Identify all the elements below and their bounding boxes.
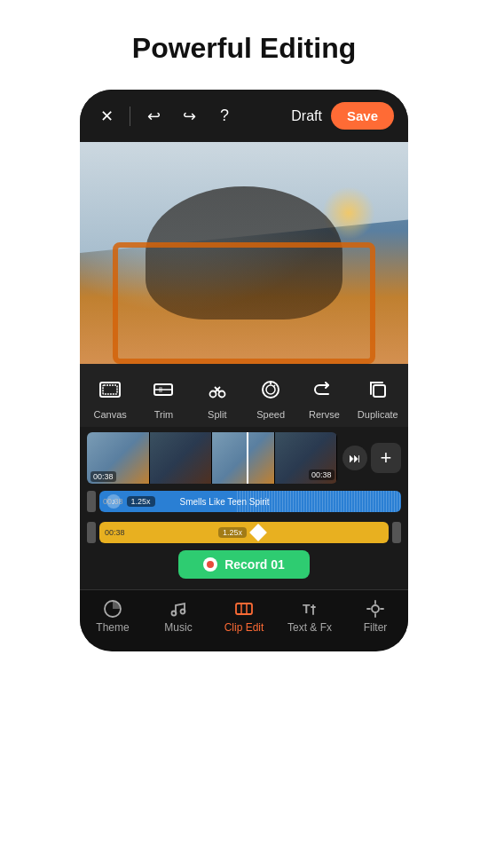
voiceover-track-row: 00:38 1.25x: [87, 519, 401, 546]
svg-point-21: [372, 605, 379, 612]
top-bar-left: ✕ ↩ ↪ ? Draft: [94, 104, 322, 129]
voiceover-handle-right[interactable]: [392, 522, 401, 543]
canvas-label: Canvas: [94, 409, 127, 420]
speed-label: Speed: [256, 409, 285, 420]
audio-track-row: ♪ 00:38 1.25x Smells Like Teen Spirit: [87, 488, 401, 515]
voiceover-speed: 1.25x: [218, 527, 247, 538]
skip-btn[interactable]: ⏭: [342, 446, 367, 470]
nav-filter-label: Filter: [364, 621, 388, 634]
nav-clip-edit[interactable]: Clip Edit: [217, 599, 271, 634]
svg-rect-1: [103, 385, 117, 394]
photo-scene: [80, 142, 408, 364]
voiceover-handle-left[interactable]: [87, 522, 96, 543]
svg-point-15: [172, 612, 177, 616]
playhead: [247, 432, 248, 484]
theme-icon: [103, 599, 122, 619]
tool-trim[interactable]: Trim: [142, 375, 185, 420]
clip-time-start: 00:38: [91, 471, 116, 482]
diamond-marker: [249, 524, 267, 541]
video-track-row: 00:38 00:38 ⏭ +: [87, 432, 401, 484]
close-icon[interactable]: ✕: [94, 104, 119, 129]
clip-edit-icon: [234, 599, 254, 619]
audio-speed: 1.25x: [127, 496, 155, 507]
save-button[interactable]: Save: [331, 102, 394, 130]
nav-theme-label: Theme: [96, 621, 129, 634]
tool-split[interactable]: Split: [196, 375, 239, 420]
undo-icon[interactable]: ↩: [141, 104, 166, 129]
clip-strip: 00:38: [87, 432, 337, 484]
svg-rect-4: [159, 387, 162, 392]
record-dot: [207, 561, 214, 568]
nav-text-fx-label: Text & Fx: [287, 621, 332, 634]
clip-thumb-2: [150, 432, 213, 484]
record-track-row: Record 01: [87, 550, 401, 579]
svg-text:T: T: [303, 602, 311, 616]
tool-canvas[interactable]: Canvas: [89, 375, 131, 420]
timeline-area: 00:38 00:38 ⏭ + ♪ 00:38 1.25x: [80, 427, 408, 589]
record-button[interactable]: Record 01: [178, 550, 310, 579]
nav-music[interactable]: Music: [152, 599, 205, 634]
audio-handle[interactable]: [87, 491, 96, 512]
voiceover-time: 00:38: [105, 528, 125, 537]
audio-strip[interactable]: ♪ 00:38 1.25x Smells Like Teen Spirit: [99, 491, 401, 512]
add-clip-btn[interactable]: +: [371, 443, 401, 473]
video-preview: [80, 142, 408, 364]
divider: [130, 107, 130, 126]
voiceover-strip[interactable]: 00:38 1.25x: [99, 522, 389, 543]
nav-clip-edit-label: Clip Edit: [224, 621, 264, 634]
record-icon: [203, 557, 217, 572]
clip-thumb-3: [212, 432, 275, 484]
speed-icon: [256, 375, 286, 405]
music-nav-icon: [169, 599, 188, 619]
music-icon: ♪: [106, 494, 121, 509]
trim-label: Trim: [154, 409, 174, 420]
duplicate-label: Duplicate: [358, 409, 398, 420]
tools-bar: Canvas Trim Split: [80, 364, 408, 427]
tool-reverse[interactable]: Rervse: [303, 375, 345, 420]
tool-speed[interactable]: Speed: [249, 375, 292, 420]
canvas-icon: [95, 375, 125, 405]
nav-text-fx[interactable]: T Text & Fx: [283, 599, 336, 634]
nav-theme[interactable]: Theme: [86, 599, 139, 634]
nav-filter[interactable]: Filter: [349, 599, 402, 634]
reverse-icon: [309, 375, 339, 405]
split-label: Split: [208, 409, 226, 420]
audio-label: Smells Like Teen Spirit: [180, 497, 270, 507]
cart-shape: [113, 242, 375, 365]
svg-rect-13: [374, 385, 385, 397]
duplicate-icon: [363, 375, 393, 405]
top-bar: ✕ ↩ ↪ ? Draft Save: [80, 90, 408, 142]
video-track: 00:38 00:38: [87, 432, 337, 484]
svg-point-16: [181, 610, 185, 614]
draft-label: Draft: [291, 108, 322, 124]
clip-thumb-1: 00:38: [87, 432, 150, 484]
bottom-nav: Theme Music Clip Edit T Text & Fx: [80, 589, 408, 644]
redo-icon[interactable]: ↪: [177, 104, 201, 129]
page-title: Powerful Editing: [132, 32, 356, 65]
reverse-label: Rervse: [309, 409, 340, 420]
text-fx-icon: T: [300, 599, 319, 619]
split-icon: [202, 375, 232, 405]
filter-icon: [366, 599, 385, 619]
svg-rect-17: [236, 604, 252, 614]
tool-duplicate[interactable]: Duplicate: [357, 375, 399, 420]
nav-music-label: Music: [164, 621, 192, 634]
phone-shell: ✕ ↩ ↪ ? Draft Save Canvas: [80, 90, 408, 651]
trim-icon: [148, 375, 178, 405]
record-label: Record 01: [224, 557, 285, 572]
clip-time-end: 00:38: [309, 470, 335, 480]
help-icon[interactable]: ?: [212, 104, 237, 129]
